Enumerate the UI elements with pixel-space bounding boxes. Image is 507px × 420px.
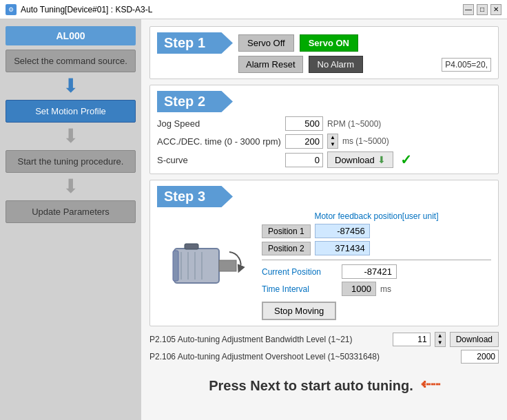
step3-label: Step 3 [157, 186, 233, 207]
maximize-button[interactable]: □ [477, 4, 488, 15]
p4-label: P4.005=20, [442, 58, 491, 72]
current-position-value: -87421 [342, 264, 397, 279]
press-next-text: Press Next to start auto tuning. [209, 378, 413, 394]
jog-speed-input[interactable] [285, 116, 323, 131]
svg-rect-7 [185, 244, 198, 249]
step3-right: Motor feedback position[user unit] Posit… [262, 211, 491, 320]
position1-button[interactable]: Position 1 [262, 224, 311, 238]
step2-panel: Step 2 Jog Speed RPM (1~5000) ACC./DEC. … [149, 85, 499, 174]
motor-svg [161, 231, 250, 300]
current-position-label: Current Position [262, 267, 338, 277]
step1-row2: Alarm Reset No Alarm P4.005=20, [157, 56, 491, 73]
param1-spinner-up[interactable]: ▲ [435, 333, 445, 339]
arrow-left-icon: ⬸ [420, 375, 439, 397]
svg-rect-1 [219, 260, 236, 271]
main-container: AL000 Select the command source. ⬇ Set M… [0, 19, 507, 420]
checkmark-icon: ✓ [400, 151, 412, 168]
motor-image-area [157, 211, 254, 320]
app-icon: ⚙ [6, 4, 17, 15]
sidebar-item-update-parameters[interactable]: Update Parameters [6, 200, 136, 223]
title-bar-left: ⚙ Auto Tuning[Device#01] : KSD-A3-L [6, 4, 152, 15]
param1-label: P2.105 Auto-tuning Adjustment Bandwidth … [149, 335, 389, 344]
s-curve-input[interactable] [285, 153, 323, 167]
content-area: Step 1 Servo Off Servo ON Alarm Reset No… [141, 19, 507, 420]
position2-row: Position 2 371434 [262, 241, 491, 255]
param1-spinner[interactable]: ▲ ▼ [435, 332, 446, 347]
jog-speed-label: Jog Speed [157, 118, 281, 129]
sidebar-title: AL000 [6, 26, 136, 45]
window-controls[interactable]: — □ ✕ [463, 4, 501, 15]
sidebar-item-tuning-procedure[interactable]: Start the tuning procedure. [6, 150, 136, 173]
param1-input[interactable] [393, 333, 431, 346]
time-interval-row: Time Interval 1000 ms [262, 282, 491, 296]
svg-rect-2 [173, 251, 178, 281]
download-arrow-icon: ⬇ [377, 154, 386, 165]
servo-on-button[interactable]: Servo ON [300, 34, 358, 52]
position2-value: 371434 [315, 241, 370, 255]
title-bar-text: Auto Tuning[Device#01] : KSD-A3-L [21, 5, 152, 14]
param2-input[interactable] [461, 350, 499, 364]
jog-speed-row: Jog Speed RPM (1~5000) [157, 116, 491, 131]
step2-header: Step 2 [157, 91, 491, 112]
acc-dec-row: ACC./DEC. time (0 - 3000 rpm) ▲ ▼ ms (1~… [157, 134, 491, 149]
arrow-down-icon-3: ⬇ [63, 177, 79, 196]
step3-body: Motor feedback position[user unit] Posit… [157, 211, 491, 320]
position1-row: Position 1 -87456 [262, 224, 491, 238]
param2-label: P2.106 Auto-tuning Adjustment Overshoot … [149, 352, 457, 361]
close-button[interactable]: ✕ [490, 4, 501, 15]
step1-panel: Step 1 Servo Off Servo ON Alarm Reset No… [149, 26, 499, 79]
sidebar: AL000 Select the command source. ⬇ Set M… [0, 19, 141, 420]
spinner-up-button[interactable]: ▲ [328, 134, 338, 141]
step1-label: Step 1 [157, 32, 233, 54]
step2-label: Step 2 [157, 91, 233, 112]
position2-button[interactable]: Position 2 [262, 242, 311, 255]
jog-speed-unit: RPM (1~5000) [327, 119, 381, 129]
param-row2: P2.106 Auto-tuning Adjustment Overshoot … [149, 350, 499, 364]
title-bar: ⚙ Auto Tuning[Device#01] : KSD-A3-L — □ … [0, 0, 507, 19]
press-next-area: Press Next to start auto tuning. ⬸ [149, 369, 499, 403]
time-interval-value: 1000 [342, 282, 376, 296]
arrow-down-icon-2: ⬇ [63, 127, 79, 146]
acc-dec-spinner[interactable]: ▲ ▼ [327, 134, 338, 149]
spinner-down-button[interactable]: ▼ [328, 141, 338, 148]
step1-row1: Step 1 Servo Off Servo ON [157, 32, 491, 54]
param-row1: P2.105 Auto-tuning Adjustment Bandwidth … [149, 332, 499, 347]
arrow-down-icon-1: ⬇ [63, 76, 79, 96]
feedback-title: Motor feedback position[user unit] [262, 211, 491, 221]
param1-spinner-down[interactable]: ▼ [435, 339, 445, 346]
separator [262, 260, 491, 260]
step2-body: Jog Speed RPM (1~5000) ACC./DEC. time (0… [157, 116, 491, 168]
time-interval-unit: ms [380, 284, 391, 294]
acc-dec-label: ACC./DEC. time (0 - 3000 rpm) [157, 136, 281, 147]
step2-download-button[interactable]: Download ⬇ [327, 151, 393, 168]
param1-download-button[interactable]: Download [450, 332, 499, 347]
alarm-reset-button[interactable]: Alarm Reset [238, 56, 303, 73]
sidebar-item-motion-profile[interactable]: Set Motion Profile [6, 100, 136, 123]
minimize-button[interactable]: — [463, 4, 474, 15]
s-curve-label: S-curve [157, 155, 281, 165]
time-interval-label: Time Interval [262, 284, 338, 294]
step3-header: Step 3 [157, 186, 491, 207]
servo-off-button[interactable]: Servo Off [238, 34, 294, 52]
current-position-row: Current Position -87421 [262, 264, 491, 279]
acc-dec-unit: ms (1~5000) [342, 136, 389, 146]
sidebar-item-command-source[interactable]: Select the command source. [6, 50, 136, 72]
no-alarm-button[interactable]: No Alarm [309, 56, 363, 73]
stop-moving-button[interactable]: Stop Moving [262, 302, 336, 320]
step3-panel: Step 3 [149, 180, 499, 326]
param-section: P2.105 Auto-tuning Adjustment Bandwidth … [149, 332, 499, 364]
s-curve-row: S-curve Download ⬇ ✓ [157, 151, 491, 168]
acc-dec-input[interactable] [285, 134, 323, 149]
position1-value: -87456 [315, 224, 370, 238]
